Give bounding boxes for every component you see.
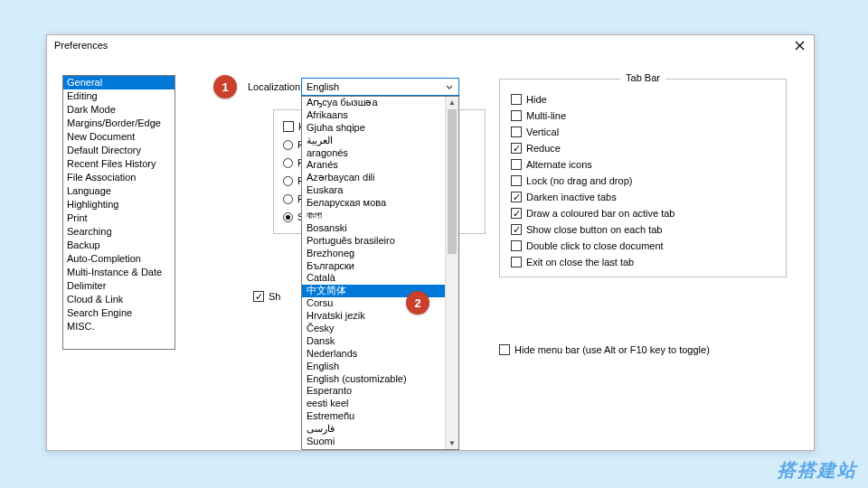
tabbar-option-label: Draw a coloured bar on active tab	[526, 208, 675, 219]
tabbar-option-label: Darken inactive tabs	[526, 192, 617, 202]
tabbar-option[interactable]: Draw a coloured bar on active tab	[511, 208, 775, 219]
scroll-thumb[interactable]	[448, 109, 457, 254]
category-item[interactable]: New Document	[63, 130, 175, 144]
dropdown-item[interactable]: فارسی	[302, 423, 445, 436]
tabbar-option[interactable]: Double click to close document	[511, 240, 775, 251]
dropdown-item[interactable]: Български	[302, 260, 445, 273]
category-item[interactable]: Editing	[63, 89, 175, 103]
tabbar-option-label: Double click to close document	[526, 240, 664, 251]
dropdown-item[interactable]: Česky	[302, 323, 445, 335]
dropdown-item[interactable]: Suomi	[302, 436, 445, 448]
tabbar-option-label: Alternate icons	[526, 159, 592, 170]
dropdown-item[interactable]: Euskara	[302, 184, 445, 197]
category-list[interactable]: GeneralEditingDark ModeMargins/Border/Ed…	[62, 75, 175, 350]
tabbar-option[interactable]: Reduce	[511, 143, 775, 154]
category-item[interactable]: Search Engine	[63, 306, 175, 320]
tabbar-option[interactable]: Lock (no drag and drop)	[511, 175, 775, 186]
tabbar-option[interactable]: Darken inactive tabs	[511, 192, 775, 202]
checkbox-icon	[511, 159, 522, 170]
category-item[interactable]: Searching	[63, 225, 175, 239]
category-item[interactable]: General	[63, 76, 175, 89]
dropdown-item[interactable]: Dansk	[302, 335, 445, 348]
dropdown-item[interactable]: Brezhoneg	[302, 248, 445, 260]
dropdown-item[interactable]: Estremeñu	[302, 410, 445, 423]
tabbar-option[interactable]: Hide	[511, 94, 775, 105]
dropdown-item[interactable]: Bosanski	[302, 222, 445, 235]
dropdown-scrollbar[interactable]: ▲ ▼	[445, 97, 458, 449]
dropdown-item[interactable]: Беларуская мова	[302, 197, 445, 210]
dropdown-item[interactable]: Afrikaans	[302, 109, 445, 122]
category-item[interactable]: Auto-Completion	[63, 252, 175, 266]
dropdown-item[interactable]: Português brasileiro	[302, 235, 445, 248]
checkbox-icon	[511, 175, 522, 186]
tabbar-legend: Tab Bar	[620, 72, 665, 83]
dropdown-item[interactable]: Aranés	[302, 159, 445, 172]
window-body: GeneralEditingDark ModeMargins/Border/Ed…	[47, 55, 814, 450]
checkbox-icon	[511, 127, 522, 137]
checkbox-icon	[511, 208, 522, 219]
category-item[interactable]: MISC.	[63, 320, 175, 333]
close-icon[interactable]	[792, 38, 807, 52]
hide-menu-label: Hide menu bar (use Alt or F10 key to tog…	[514, 344, 710, 355]
dropdown-item[interactable]: Azərbaycan dili	[302, 172, 445, 184]
tabbar-option-label: Exit on close the last tab	[526, 257, 634, 267]
category-item[interactable]: Recent Files History	[63, 157, 175, 171]
preferences-window: Preferences GeneralEditingDark ModeMargi…	[46, 34, 815, 451]
chevron-down-icon	[445, 81, 454, 92]
checkbox-icon	[511, 192, 522, 202]
category-item[interactable]: Print	[63, 211, 175, 225]
annotation-badge-2: 2	[406, 291, 429, 314]
dropdown-item[interactable]: English (customizable)	[302, 373, 445, 386]
tabbar-option-label: Hide	[526, 94, 547, 105]
annotation-badge-1: 1	[213, 75, 237, 99]
checkbox-icon	[511, 240, 522, 251]
category-item[interactable]: Margins/Border/Edge	[63, 117, 175, 130]
scroll-down-icon[interactable]: ▼	[446, 437, 458, 449]
tabbar-option[interactable]: Exit on close the last tab	[511, 257, 775, 267]
checkbox-icon	[511, 143, 522, 154]
localization-select[interactable]: English	[301, 78, 459, 96]
localization-selected: English	[307, 81, 445, 92]
category-item[interactable]: Backup	[63, 239, 175, 252]
dropdown-item[interactable]: Català	[302, 272, 445, 285]
checkbox-icon	[511, 257, 522, 267]
checkbox-icon	[511, 110, 522, 121]
checkbox-icon	[511, 224, 522, 235]
localization-dropdown[interactable]: Аҧсуа бызшәаAfrikaansGjuha shqipeالعربية…	[301, 96, 459, 450]
category-item[interactable]: Cloud & Link	[63, 293, 175, 306]
tabbar-option[interactable]: Alternate icons	[511, 159, 775, 170]
category-item[interactable]: Multi-Instance & Date	[63, 266, 175, 279]
category-item[interactable]: Dark Mode	[63, 103, 175, 117]
tabbar-group: Tab Bar HideMulti-lineVerticalReduceAlte…	[499, 79, 787, 277]
tabbar-option-label: Vertical	[526, 127, 559, 137]
show-check[interactable]: Sh	[253, 291, 280, 302]
category-item[interactable]: File Association	[63, 171, 175, 184]
dropdown-item[interactable]: English	[302, 361, 445, 373]
dropdown-item[interactable]: العربية	[302, 135, 445, 147]
tabbar-option-label: Show close button on each tab	[526, 224, 662, 235]
dropdown-item[interactable]: Esperanto	[302, 385, 445, 398]
category-item[interactable]: Delimiter	[63, 279, 175, 293]
dropdown-item[interactable]: বাংলা	[302, 210, 445, 222]
dropdown-item[interactable]: Français	[302, 448, 445, 449]
category-item[interactable]: Highlighting	[63, 198, 175, 211]
localization-label: Localization	[248, 81, 300, 92]
tabbar-option-label: Multi-line	[526, 110, 566, 121]
hide-menu-check[interactable]: Hide menu bar (use Alt or F10 key to tog…	[499, 344, 710, 355]
dropdown-item[interactable]: Аҧсуа бызшәа	[302, 97, 445, 109]
scroll-up-icon[interactable]: ▲	[446, 97, 458, 108]
window-title: Preferences	[54, 40, 792, 51]
dropdown-item[interactable]: eesti keel	[302, 398, 445, 410]
tabbar-option[interactable]: Vertical	[511, 127, 775, 137]
checkbox-icon	[511, 94, 522, 105]
category-item[interactable]: Default Directory	[63, 144, 175, 157]
dropdown-item[interactable]: Gjuha shqipe	[302, 122, 445, 135]
category-item[interactable]: Language	[63, 184, 175, 198]
tabbar-option[interactable]: Multi-line	[511, 110, 775, 121]
tabbar-option-label: Lock (no drag and drop)	[526, 175, 632, 186]
tabbar-option[interactable]: Show close button on each tab	[511, 224, 775, 235]
titlebar: Preferences	[47, 35, 814, 55]
dropdown-item[interactable]: Nederlands	[302, 348, 445, 361]
tabbar-option-label: Reduce	[526, 143, 561, 154]
dropdown-item[interactable]: aragonés	[302, 147, 445, 160]
